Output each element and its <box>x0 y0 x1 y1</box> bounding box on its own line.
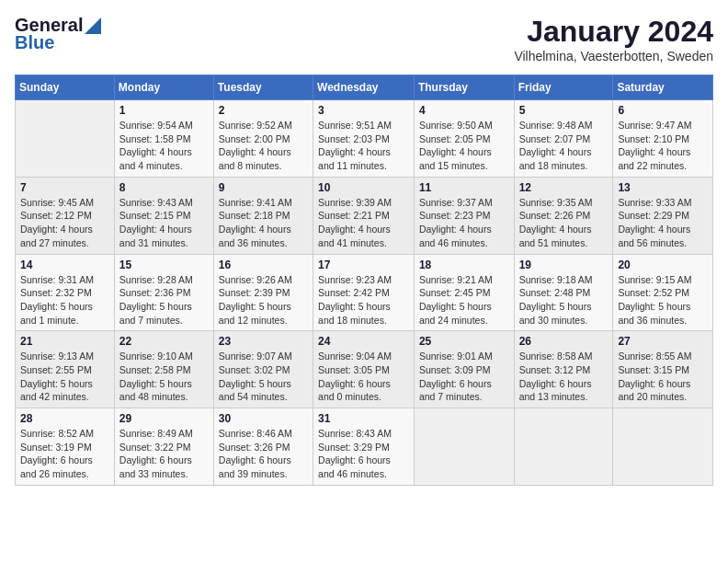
day-info: Sunrise: 9:31 AM Sunset: 2:32 PM Dayligh… <box>20 273 109 327</box>
day-number: 4 <box>419 104 509 117</box>
calendar-cell: 9Sunrise: 9:41 AM Sunset: 2:18 PM Daylig… <box>213 177 313 254</box>
day-info: Sunrise: 9:18 AM Sunset: 2:48 PM Dayligh… <box>519 273 609 327</box>
calendar-cell: 14Sunrise: 9:31 AM Sunset: 2:32 PM Dayli… <box>16 254 115 331</box>
title-block: January 2024 Vilhelmina, Vaesterbotten, … <box>514 15 713 63</box>
calendar-cell: 29Sunrise: 8:49 AM Sunset: 3:22 PM Dayli… <box>114 408 213 486</box>
day-number: 1 <box>119 104 209 117</box>
day-number: 12 <box>519 181 609 194</box>
day-info: Sunrise: 9:26 AM Sunset: 2:39 PM Dayligh… <box>219 273 308 327</box>
day-of-week-header: Sunday <box>16 75 115 100</box>
day-info: Sunrise: 9:15 AM Sunset: 2:52 PM Dayligh… <box>618 273 708 327</box>
day-number: 19 <box>519 259 609 271</box>
day-number: 8 <box>119 181 209 194</box>
day-number: 25 <box>419 335 509 348</box>
day-info: Sunrise: 9:48 AM Sunset: 2:07 PM Dayligh… <box>519 119 609 173</box>
day-number: 5 <box>519 104 609 117</box>
day-info: Sunrise: 9:33 AM Sunset: 2:29 PM Dayligh… <box>618 196 708 250</box>
day-of-week-header: Saturday <box>613 75 713 100</box>
day-number: 26 <box>519 335 609 348</box>
day-info: Sunrise: 9:50 AM Sunset: 2:05 PM Dayligh… <box>419 119 509 173</box>
calendar-cell: 19Sunrise: 9:18 AM Sunset: 2:48 PM Dayli… <box>514 254 613 331</box>
day-number: 20 <box>618 259 708 271</box>
day-info: Sunrise: 8:43 AM Sunset: 3:29 PM Dayligh… <box>318 427 409 481</box>
day-number: 18 <box>419 259 509 271</box>
calendar-cell: 4Sunrise: 9:50 AM Sunset: 2:05 PM Daylig… <box>414 100 514 178</box>
day-number: 31 <box>318 412 409 425</box>
calendar-cell <box>16 100 115 178</box>
day-of-week-header: Thursday <box>414 75 514 100</box>
page-subtitle: Vilhelmina, Vaesterbotten, Sweden <box>514 49 713 63</box>
day-info: Sunrise: 9:35 AM Sunset: 2:26 PM Dayligh… <box>519 196 609 250</box>
day-number: 7 <box>20 181 109 194</box>
calendar-cell <box>613 408 713 486</box>
calendar-cell: 13Sunrise: 9:33 AM Sunset: 2:29 PM Dayli… <box>613 177 713 254</box>
calendar-cell: 10Sunrise: 9:39 AM Sunset: 2:21 PM Dayli… <box>313 177 415 254</box>
day-of-week-header: Wednesday <box>313 75 415 100</box>
calendar-cell: 11Sunrise: 9:37 AM Sunset: 2:23 PM Dayli… <box>414 177 514 254</box>
calendar-cell: 17Sunrise: 9:23 AM Sunset: 2:42 PM Dayli… <box>313 254 415 331</box>
page-header: General Blue January 2024 Vilhelmina, Va… <box>15 15 713 63</box>
day-number: 9 <box>219 181 308 194</box>
day-info: Sunrise: 9:39 AM Sunset: 2:21 PM Dayligh… <box>318 196 409 250</box>
day-info: Sunrise: 9:07 AM Sunset: 3:02 PM Dayligh… <box>219 350 308 404</box>
calendar-cell: 30Sunrise: 8:46 AM Sunset: 3:26 PM Dayli… <box>213 408 313 486</box>
day-info: Sunrise: 9:04 AM Sunset: 3:05 PM Dayligh… <box>318 350 409 404</box>
logo-triangle-icon <box>85 17 101 34</box>
day-number: 2 <box>219 104 308 117</box>
page-title: January 2024 <box>514 15 713 49</box>
calendar-cell: 12Sunrise: 9:35 AM Sunset: 2:26 PM Dayli… <box>514 177 613 254</box>
calendar-cell: 24Sunrise: 9:04 AM Sunset: 3:05 PM Dayli… <box>313 331 415 408</box>
calendar-cell: 25Sunrise: 9:01 AM Sunset: 3:09 PM Dayli… <box>414 331 514 408</box>
day-number: 24 <box>318 335 409 348</box>
day-number: 17 <box>318 259 409 271</box>
day-number: 29 <box>119 412 209 425</box>
day-number: 21 <box>20 335 109 348</box>
day-info: Sunrise: 9:01 AM Sunset: 3:09 PM Dayligh… <box>419 350 509 404</box>
calendar-cell: 18Sunrise: 9:21 AM Sunset: 2:45 PM Dayli… <box>414 254 514 331</box>
calendar-header-row: SundayMondayTuesdayWednesdayThursdayFrid… <box>16 75 713 100</box>
day-info: Sunrise: 9:43 AM Sunset: 2:15 PM Dayligh… <box>119 196 209 250</box>
day-info: Sunrise: 8:55 AM Sunset: 3:15 PM Dayligh… <box>618 350 708 404</box>
day-number: 13 <box>618 181 708 194</box>
day-number: 27 <box>618 335 708 348</box>
day-info: Sunrise: 9:10 AM Sunset: 2:58 PM Dayligh… <box>119 350 209 404</box>
day-info: Sunrise: 9:45 AM Sunset: 2:12 PM Dayligh… <box>20 196 109 250</box>
day-number: 6 <box>618 104 708 117</box>
day-number: 10 <box>318 181 409 194</box>
calendar-cell: 20Sunrise: 9:15 AM Sunset: 2:52 PM Dayli… <box>613 254 713 331</box>
calendar-table: SundayMondayTuesdayWednesdayThursdayFrid… <box>15 75 713 486</box>
logo-blue-text: Blue <box>15 32 54 53</box>
logo: General Blue <box>15 15 101 53</box>
day-info: Sunrise: 9:28 AM Sunset: 2:36 PM Dayligh… <box>119 273 209 327</box>
day-number: 16 <box>219 259 308 271</box>
day-info: Sunrise: 9:21 AM Sunset: 2:45 PM Dayligh… <box>419 273 509 327</box>
day-info: Sunrise: 9:54 AM Sunset: 1:58 PM Dayligh… <box>119 119 209 173</box>
day-info: Sunrise: 8:46 AM Sunset: 3:26 PM Dayligh… <box>219 427 308 481</box>
day-info: Sunrise: 9:37 AM Sunset: 2:23 PM Dayligh… <box>419 196 509 250</box>
calendar-cell: 7Sunrise: 9:45 AM Sunset: 2:12 PM Daylig… <box>16 177 115 254</box>
calendar-cell: 26Sunrise: 8:58 AM Sunset: 3:12 PM Dayli… <box>514 331 613 408</box>
calendar-week-row: 1Sunrise: 9:54 AM Sunset: 1:58 PM Daylig… <box>16 100 713 178</box>
calendar-week-row: 14Sunrise: 9:31 AM Sunset: 2:32 PM Dayli… <box>16 254 713 331</box>
day-number: 28 <box>20 412 109 425</box>
day-number: 15 <box>119 259 209 271</box>
day-info: Sunrise: 8:49 AM Sunset: 3:22 PM Dayligh… <box>119 427 209 481</box>
day-number: 23 <box>219 335 308 348</box>
calendar-cell: 2Sunrise: 9:52 AM Sunset: 2:00 PM Daylig… <box>213 100 313 178</box>
svg-marker-0 <box>85 17 101 34</box>
day-info: Sunrise: 9:41 AM Sunset: 2:18 PM Dayligh… <box>219 196 308 250</box>
day-of-week-header: Tuesday <box>213 75 313 100</box>
calendar-cell: 22Sunrise: 9:10 AM Sunset: 2:58 PM Dayli… <box>114 331 213 408</box>
day-of-week-header: Monday <box>114 75 213 100</box>
day-number: 22 <box>119 335 209 348</box>
calendar-cell: 27Sunrise: 8:55 AM Sunset: 3:15 PM Dayli… <box>613 331 713 408</box>
day-of-week-header: Friday <box>514 75 613 100</box>
day-info: Sunrise: 9:51 AM Sunset: 2:03 PM Dayligh… <box>318 119 409 173</box>
calendar-week-row: 7Sunrise: 9:45 AM Sunset: 2:12 PM Daylig… <box>16 177 713 254</box>
calendar-cell <box>514 408 613 486</box>
day-number: 11 <box>419 181 509 194</box>
day-info: Sunrise: 9:52 AM Sunset: 2:00 PM Dayligh… <box>219 119 308 173</box>
calendar-week-row: 28Sunrise: 8:52 AM Sunset: 3:19 PM Dayli… <box>16 408 713 486</box>
calendar-cell: 21Sunrise: 9:13 AM Sunset: 2:55 PM Dayli… <box>16 331 115 408</box>
day-info: Sunrise: 9:23 AM Sunset: 2:42 PM Dayligh… <box>318 273 409 327</box>
